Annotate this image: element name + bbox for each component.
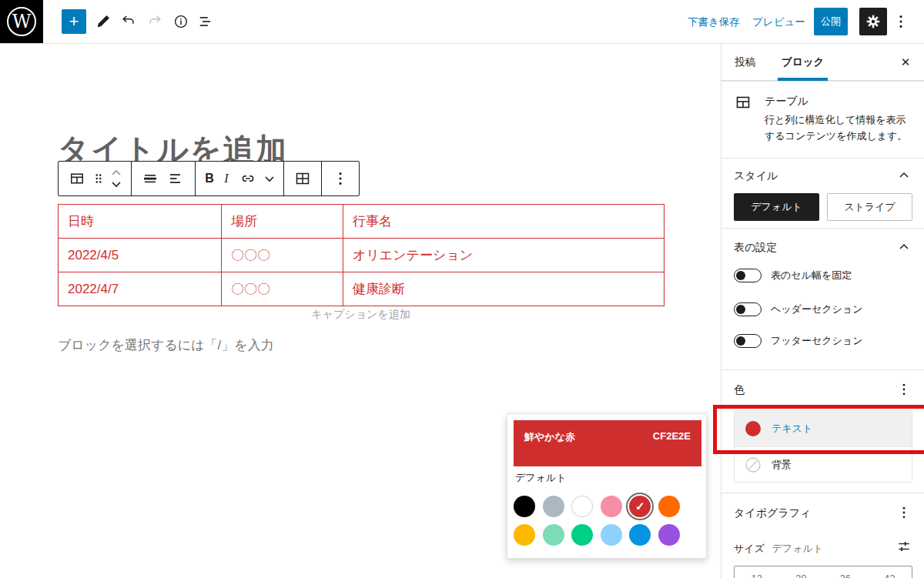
block-card: テーブル 行と列に構造化して情報を表示するコンテンツを作成します。 (721, 81, 924, 158)
color-swatch-mint[interactable] (543, 524, 564, 546)
color-swatch-black[interactable] (514, 496, 535, 517)
typography-panel: タイポグラフィ サイズ デフォルト 13 20 36 42 (721, 493, 924, 578)
color-swatch-green[interactable] (571, 524, 593, 546)
color-swatch-gray[interactable] (543, 496, 564, 517)
link-button[interactable] (235, 165, 261, 192)
text-color-swatch (745, 421, 761, 436)
color-swatch-pink[interactable] (601, 496, 622, 517)
block-card-description: 行と列に構造化して情報を表示するコンテンツを作成します。 (765, 112, 914, 145)
table-cell[interactable]: 〇〇〇 (222, 239, 343, 272)
ellipsis-vertical-icon (896, 505, 912, 520)
color-swatch-blue[interactable] (629, 524, 651, 546)
list-view-button[interactable] (197, 12, 216, 31)
color-swatch-skyblue[interactable] (601, 524, 622, 546)
table-cell[interactable]: 2022/4/7 (59, 272, 222, 306)
color-swatch-red-selected[interactable]: ✓ (629, 496, 651, 517)
font-size-option[interactable]: 42 (868, 566, 912, 578)
post-title-placeholder[interactable]: タイトルを追加 (58, 134, 288, 165)
info-icon (172, 13, 189, 30)
color-panel-title[interactable]: 色 (734, 383, 745, 397)
tab-block[interactable]: ブロック (768, 44, 837, 81)
table-cell[interactable]: 2022/4/5 (59, 239, 222, 272)
table-caption-placeholder[interactable]: キャプションを追加 (58, 308, 664, 322)
toggle-label: フッターセクション (771, 334, 862, 348)
preview-button[interactable]: プレビュー (752, 15, 805, 29)
size-label: サイズ (734, 543, 765, 554)
color-swatch-white[interactable] (571, 496, 593, 517)
text-align-left-icon (167, 169, 186, 188)
sidebar-tabs: 投稿 ブロック ✕ (721, 44, 924, 81)
tab-post[interactable]: 投稿 (721, 44, 768, 81)
table-settings-title[interactable]: 表の設定 (734, 241, 777, 255)
footer-section-toggle[interactable] (734, 334, 762, 348)
style-stripes-button[interactable]: ストライプ (827, 193, 912, 221)
ellipsis-vertical-icon (892, 13, 909, 30)
close-icon: ✕ (901, 55, 911, 69)
color-swatch-grid: ✓ (514, 496, 680, 546)
block-options-button[interactable] (327, 165, 353, 192)
table-block-type-button[interactable] (64, 165, 90, 192)
table-cell[interactable]: 行事名 (343, 205, 665, 239)
typography-options-button[interactable] (895, 503, 913, 522)
background-color-row[interactable]: 背景 (735, 446, 912, 482)
chevron-up-icon (898, 241, 910, 253)
chevron-up-icon (898, 169, 910, 182)
table-block-icon (734, 93, 752, 112)
style-panel-title[interactable]: スタイル (734, 169, 778, 183)
color-swatch-purple[interactable] (658, 524, 680, 546)
table-cell[interactable]: 〇〇〇 (222, 272, 343, 306)
table-cell[interactable]: 場所 (222, 205, 343, 239)
settings-sidebar: 投稿 ブロック ✕ テーブル 行と列に構造化して情報を表示するコンテンツを作成し… (721, 44, 924, 578)
tools-button[interactable] (94, 12, 112, 31)
more-format-button[interactable] (261, 165, 278, 192)
color-swatch-orange[interactable] (658, 496, 680, 517)
close-sidebar-button[interactable]: ✕ (896, 53, 915, 72)
color-options-button[interactable] (895, 380, 913, 399)
typography-title[interactable]: タイポグラフィ (734, 506, 811, 520)
settings-button[interactable] (859, 8, 887, 35)
move-up-button[interactable] (107, 168, 126, 179)
redo-button[interactable] (146, 12, 164, 31)
wordpress-logo[interactable]: W (0, 0, 43, 43)
color-swatch-amber[interactable] (514, 524, 535, 546)
block-inserter-button[interactable]: + (62, 9, 86, 34)
move-down-button[interactable] (107, 179, 126, 190)
publish-button[interactable]: 公開 (814, 8, 848, 35)
toggle-knob (736, 305, 745, 314)
italic-button[interactable]: I (218, 165, 235, 192)
collapse-style-button[interactable] (895, 166, 913, 185)
undo-button[interactable] (119, 12, 138, 31)
color-rows-group: テキスト 背景 (734, 410, 912, 483)
details-button[interactable] (172, 12, 190, 31)
color-picker-popup: 鮮やかな赤 CF2E2E デフォルト ✓ (507, 413, 707, 559)
style-default-button[interactable]: デフォルト (734, 193, 819, 221)
font-size-option[interactable]: 20 (779, 566, 824, 578)
paragraph-placeholder[interactable]: ブロックを選択するには「/」を入力 (58, 336, 274, 354)
size-settings-button[interactable] (895, 537, 913, 556)
bold-button[interactable]: B (201, 165, 218, 192)
fixed-cell-width-toggle[interactable] (734, 269, 762, 282)
ellipsis-vertical-icon (896, 382, 912, 397)
table-row: 日時 場所 行事名 (59, 205, 665, 239)
edit-table-button[interactable] (290, 165, 316, 192)
drag-handle[interactable] (90, 165, 107, 192)
header-section-toggle[interactable] (734, 302, 762, 316)
text-color-row[interactable]: テキスト (735, 411, 912, 446)
save-draft-button[interactable]: 下書き保存 (688, 15, 740, 29)
font-size-option[interactable]: 13 (735, 566, 779, 578)
font-size-row: サイズ デフォルト (734, 542, 823, 556)
table-alignment-button[interactable] (137, 165, 163, 192)
top-bar: W + 下書き保存 プレビュー 公開 (0, 0, 924, 44)
table-cell[interactable]: 健康診断 (343, 272, 665, 306)
pencil-icon (95, 13, 112, 30)
selected-color-hex: CF2E2E (653, 430, 691, 466)
options-button[interactable] (892, 12, 910, 31)
font-size-option[interactable]: 36 (823, 566, 868, 578)
table-row: 2022/4/7 〇〇〇 健康診断 (59, 272, 665, 306)
table-cell[interactable]: 日時 (59, 205, 222, 239)
align-none-icon (141, 169, 159, 188)
table-cell[interactable]: オリエンテーション (343, 239, 665, 272)
block-card-title: テーブル (765, 95, 808, 109)
collapse-settings-button[interactable] (895, 238, 913, 256)
text-align-button[interactable] (163, 165, 189, 192)
